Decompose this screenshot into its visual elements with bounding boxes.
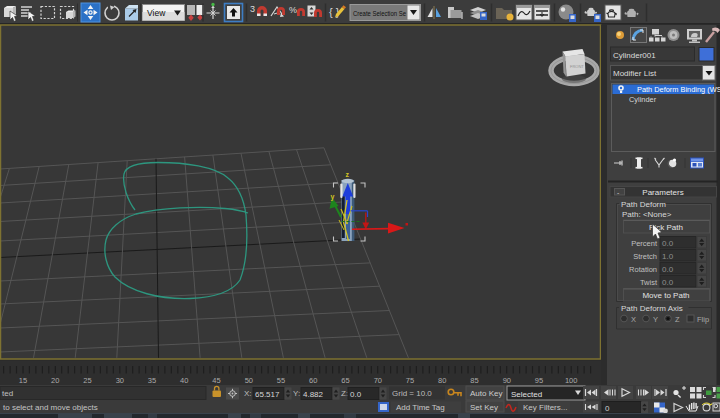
svg-text:y: y xyxy=(331,193,335,201)
svg-text:View: View xyxy=(147,8,166,18)
svg-text:75: 75 xyxy=(406,376,414,385)
svg-text:Y: Y xyxy=(653,315,658,324)
svg-text:Key Filters...: Key Filters... xyxy=(523,403,567,412)
svg-text:0.0: 0.0 xyxy=(350,390,362,399)
svg-text:Cylinder001: Cylinder001 xyxy=(613,51,656,60)
svg-text:ted: ted xyxy=(2,389,13,398)
svg-text:0.0: 0.0 xyxy=(662,278,674,287)
svg-text:%: % xyxy=(289,5,297,15)
svg-text:Create Selection Se: Create Selection Se xyxy=(353,9,406,18)
svg-text:Z:: Z: xyxy=(341,389,348,398)
svg-text:Z: Z xyxy=(675,315,680,324)
svg-text:0.0: 0.0 xyxy=(662,239,674,248)
svg-text:80: 80 xyxy=(438,376,446,385)
svg-text:55: 55 xyxy=(277,376,285,385)
svg-text:Path Deform Binding (WS: Path Deform Binding (WS xyxy=(637,85,720,94)
svg-text:Path: <None>: Path: <None> xyxy=(622,210,672,219)
svg-text:Auto Key: Auto Key xyxy=(470,389,502,398)
svg-text:95: 95 xyxy=(535,376,543,385)
svg-text:Move to Path: Move to Path xyxy=(642,291,689,300)
svg-text:Path Deform Axis: Path Deform Axis xyxy=(621,304,683,313)
svg-text:3: 3 xyxy=(250,4,255,14)
svg-text:Path Deform: Path Deform xyxy=(621,200,666,209)
svg-text:Stretch: Stretch xyxy=(633,252,657,261)
svg-text:X: X xyxy=(631,315,636,324)
svg-text:Modifier List: Modifier List xyxy=(613,69,657,78)
svg-text:Selected: Selected xyxy=(511,390,542,399)
svg-text:40: 40 xyxy=(180,376,188,385)
svg-text:Rotation: Rotation xyxy=(629,265,657,274)
svg-text:Percent: Percent xyxy=(631,239,658,248)
svg-text:0.0: 0.0 xyxy=(662,265,674,274)
svg-text:70: 70 xyxy=(374,376,382,385)
svg-text:Grid = 10.0: Grid = 10.0 xyxy=(392,389,432,398)
svg-text:X:: X: xyxy=(244,389,252,398)
svg-text:z: z xyxy=(346,171,350,178)
svg-text:85: 85 xyxy=(470,376,478,385)
svg-text:Set Key: Set Key xyxy=(470,403,498,412)
svg-text:65: 65 xyxy=(341,376,349,385)
svg-text:1.0: 1.0 xyxy=(662,252,674,261)
svg-text:20: 20 xyxy=(51,376,59,385)
svg-text:15: 15 xyxy=(19,376,27,385)
svg-text:4.882: 4.882 xyxy=(303,390,324,399)
svg-text:30: 30 xyxy=(116,376,124,385)
svg-text:to select and move objects: to select and move objects xyxy=(3,403,98,412)
svg-text:Parameters: Parameters xyxy=(642,188,683,197)
svg-text:0: 0 xyxy=(605,404,610,413)
svg-text:Add Time Tag: Add Time Tag xyxy=(396,403,445,412)
svg-text:Cylinder: Cylinder xyxy=(629,95,657,104)
svg-text:100: 100 xyxy=(565,376,578,385)
svg-text:45: 45 xyxy=(212,376,220,385)
svg-text:Twist: Twist xyxy=(640,278,658,287)
svg-text:65.517: 65.517 xyxy=(255,390,280,399)
svg-text:35: 35 xyxy=(148,376,156,385)
svg-text:Flip: Flip xyxy=(697,315,709,324)
svg-text:25: 25 xyxy=(83,376,91,385)
svg-text:FRONT: FRONT xyxy=(570,64,584,69)
svg-text:Y:: Y: xyxy=(293,389,300,398)
svg-text:50: 50 xyxy=(245,376,253,385)
svg-text:60: 60 xyxy=(309,376,317,385)
svg-text:90: 90 xyxy=(503,376,511,385)
